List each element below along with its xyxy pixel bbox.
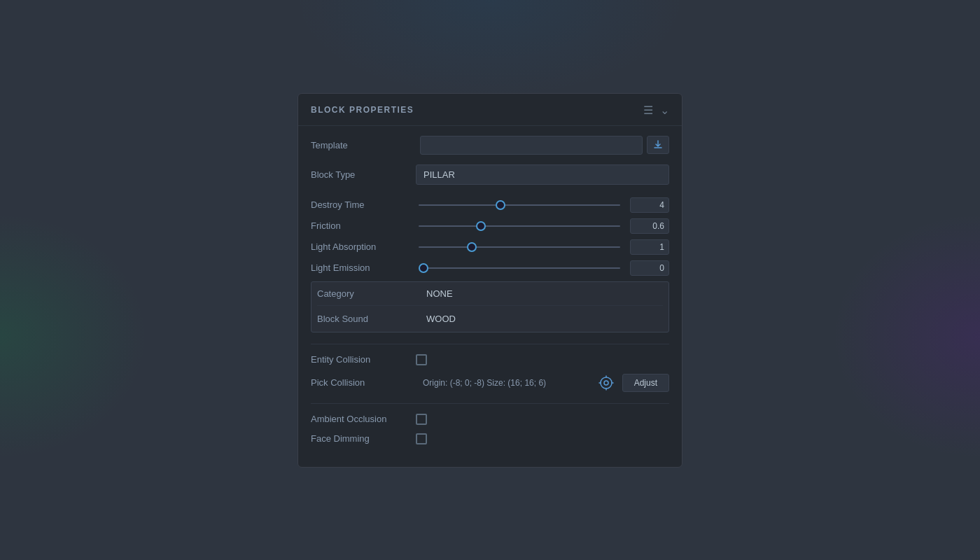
light-absorption-label: Light Absorption — [311, 241, 416, 252]
category-value[interactable]: NONE — [422, 282, 663, 305]
block-sound-row: Block Sound WOOD — [317, 307, 663, 330]
friction-track — [416, 225, 623, 227]
destroy-time-label: Destroy Time — [311, 200, 416, 210]
category-label: Category — [317, 282, 422, 305]
block-sound-value[interactable]: WOOD — [422, 307, 663, 330]
entity-collision-checkbox[interactable] — [416, 354, 427, 365]
divider-2 — [311, 403, 669, 404]
face-dimming-row: Face Dimming — [311, 433, 669, 444]
light-emission-track — [416, 267, 623, 269]
chevron-down-icon[interactable]: ⌄ — [660, 104, 669, 117]
template-label: Template — [311, 140, 416, 150]
light-absorption-value[interactable] — [630, 239, 669, 255]
friction-row: Friction — [311, 218, 669, 234]
destroy-time-track — [416, 204, 623, 206]
ambient-occlusion-row: Ambient Occlusion — [311, 414, 669, 425]
adjust-button[interactable]: Adjust — [622, 374, 669, 392]
download-icon — [653, 140, 663, 150]
destroy-time-row: Destroy Time — [311, 197, 669, 213]
light-emission-row: Light Emission — [311, 260, 669, 276]
light-absorption-track — [416, 246, 623, 248]
entity-collision-row: Entity Collision — [311, 354, 669, 365]
destroy-time-slider[interactable] — [419, 204, 620, 206]
pick-collision-label: Pick Collision — [311, 377, 416, 388]
light-emission-label: Light Emission — [311, 262, 416, 273]
sliders-section: Destroy Time Friction Light Absorption — [311, 197, 669, 276]
light-absorption-row: Light Absorption — [311, 239, 669, 255]
friction-slider[interactable] — [419, 225, 620, 227]
face-dimming-checkbox[interactable] — [416, 433, 427, 444]
friction-label: Friction — [311, 220, 416, 231]
pick-collision-target-button[interactable] — [597, 374, 615, 392]
friction-value[interactable] — [630, 218, 669, 234]
dropdown-group: Category NONE Block Sound WOOD — [311, 281, 669, 332]
block-properties-panel: BLOCK PROPERTIES ☰ ⌄ Template Block Type — [298, 93, 682, 468]
panel-body: Template Block Type Destroy Time — [298, 126, 682, 467]
panel-header: BLOCK PROPERTIES ☰ ⌄ — [298, 94, 682, 126]
pick-collision-row: Pick Collision Origin: (-8; 0; -8) Size:… — [311, 374, 669, 392]
light-emission-value[interactable] — [630, 260, 669, 276]
header-icons: ☰ ⌄ — [643, 104, 669, 117]
panel-title: BLOCK PROPERTIES — [311, 105, 414, 115]
block-type-row: Block Type — [311, 164, 669, 185]
ambient-occlusion-checkbox[interactable] — [416, 414, 427, 425]
destroy-time-value[interactable] — [630, 197, 669, 213]
face-dimming-label: Face Dimming — [311, 433, 416, 444]
ambient-occlusion-label: Ambient Occlusion — [311, 414, 416, 424]
block-sound-label: Block Sound — [317, 307, 422, 330]
svg-point-1 — [604, 381, 608, 385]
divider-1 — [311, 344, 669, 344]
menu-icon[interactable]: ☰ — [643, 104, 653, 117]
template-input[interactable] — [420, 136, 643, 155]
category-row: Category NONE — [317, 282, 663, 306]
block-type-input[interactable] — [416, 164, 669, 185]
pick-collision-value: Origin: (-8; 0; -8) Size: (16; 16; 6) — [423, 378, 590, 388]
template-row: Template — [311, 136, 669, 155]
svg-point-0 — [601, 377, 612, 388]
block-type-label: Block Type — [311, 169, 416, 180]
light-emission-slider[interactable] — [419, 267, 620, 269]
light-absorption-slider[interactable] — [419, 246, 620, 248]
template-download-button[interactable] — [647, 136, 669, 154]
entity-collision-label: Entity Collision — [311, 354, 416, 365]
target-icon — [598, 375, 614, 391]
